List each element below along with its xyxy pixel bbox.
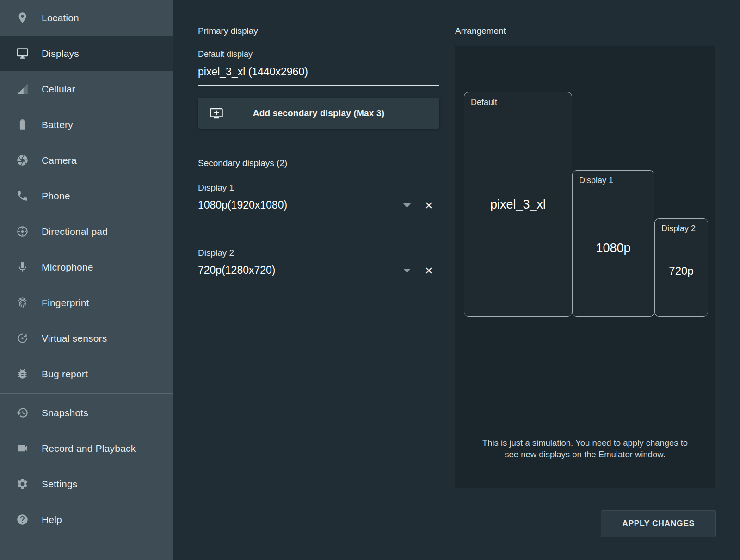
sidebar-item-cellular[interactable]: Cellular xyxy=(0,71,173,107)
sidebar-item-camera[interactable]: Camera xyxy=(0,142,173,178)
sidebar-item-label: Record and Playback xyxy=(42,443,136,454)
extended-controls-window: Location Displays Cellular Battery Camer xyxy=(0,0,740,560)
display-1-label: Display 1 xyxy=(198,183,439,193)
sidebar-item-label: Virtual sensors xyxy=(42,333,107,344)
sidebar-item-location[interactable]: Location xyxy=(0,0,173,36)
apply-changes-button[interactable]: APPLY CHANGES xyxy=(601,510,716,537)
battery-icon xyxy=(16,118,29,131)
sidebar-item-label: Snapshots xyxy=(42,407,88,418)
chevron-down-icon xyxy=(403,203,411,208)
gear-icon xyxy=(16,478,29,490)
fingerprint-icon xyxy=(16,296,29,309)
sidebar-item-label: Cellular xyxy=(42,84,75,95)
sidebar-item-microphone[interactable]: Microphone xyxy=(0,249,173,285)
arrangement-heading: Arrangement xyxy=(455,26,506,36)
microphone-icon xyxy=(16,261,29,273)
sidebar-item-directional-pad[interactable]: Directional pad xyxy=(0,214,173,249)
arrangement-box-default[interactable]: Default pixel_3_xl xyxy=(464,92,572,317)
sidebar-divider xyxy=(0,393,173,394)
arrangement-box-value: 720p xyxy=(669,265,693,277)
arrangement-box-display-1[interactable]: Display 1 1080p xyxy=(572,170,654,317)
display-1-select[interactable]: 1080p(1920x1080) xyxy=(198,199,415,219)
sidebar-item-phone[interactable]: Phone xyxy=(0,178,173,214)
chevron-down-icon xyxy=(403,269,411,273)
snapshots-history-icon xyxy=(16,406,29,419)
arrangement-box-label: Display 2 xyxy=(661,224,696,234)
display-2-value: 720p(1280x720) xyxy=(198,264,276,276)
location-pin-icon xyxy=(16,12,29,24)
sidebar-item-fingerprint[interactable]: Fingerprint xyxy=(0,285,173,320)
cellular-signal-icon xyxy=(16,83,29,95)
bug-icon xyxy=(16,368,29,380)
display-1-row: 1080p(1920x1080) ✕ xyxy=(198,199,439,219)
sidebar: Location Displays Cellular Battery Camer xyxy=(0,0,173,560)
sidebar-item-label: Directional pad xyxy=(42,226,108,237)
display-2-select[interactable]: 720p(1280x720) xyxy=(198,264,415,284)
sidebar-item-label: Help xyxy=(42,514,62,525)
add-secondary-display-label: Add secondary display (Max 3) xyxy=(198,108,439,118)
display-1-value: 1080p(1920x1080) xyxy=(198,199,287,211)
sidebar-item-label: Phone xyxy=(42,191,70,202)
displays-settings-panel: Primary display Default display pixel_3_… xyxy=(198,0,439,284)
sidebar-item-label: Displays xyxy=(42,48,79,59)
simulation-note: This is just a simulation. You need to a… xyxy=(476,437,694,460)
sidebar-item-battery[interactable]: Battery xyxy=(0,107,173,142)
camera-shutter-icon xyxy=(16,154,29,166)
phone-icon xyxy=(16,190,29,202)
sidebar-item-snapshots[interactable]: Snapshots xyxy=(0,395,173,431)
sidebar-item-label: Fingerprint xyxy=(42,297,89,308)
sidebar-item-displays[interactable]: Displays xyxy=(0,36,173,71)
videocam-icon xyxy=(16,442,29,455)
add-display-icon xyxy=(210,106,223,120)
sidebar-item-label: Location xyxy=(42,12,79,24)
add-secondary-display-button[interactable]: Add secondary display (Max 3) xyxy=(198,98,439,129)
arrangement-box-value: pixel_3_xl xyxy=(490,197,546,212)
arrangement-box-label: Default xyxy=(471,98,497,107)
default-display-label: Default display xyxy=(198,49,439,59)
sidebar-item-settings[interactable]: Settings xyxy=(0,466,173,502)
sidebar-item-label: Battery xyxy=(42,119,73,130)
default-display-field[interactable]: pixel_3_xl (1440x2960) xyxy=(198,66,439,86)
arrangement-box-label: Display 1 xyxy=(579,176,613,185)
secondary-displays-heading: Secondary displays (2) xyxy=(198,158,439,168)
sidebar-item-record-playback[interactable]: Record and Playback xyxy=(0,431,173,466)
remove-display-2-button[interactable]: ✕ xyxy=(425,265,433,277)
sidebar-item-label: Camera xyxy=(42,155,77,166)
remove-display-1-button[interactable]: ✕ xyxy=(425,199,433,212)
sidebar-item-help[interactable]: Help xyxy=(0,502,173,537)
displays-icon xyxy=(16,47,29,60)
sidebar-item-bug-report[interactable]: Bug report xyxy=(0,356,173,392)
help-icon xyxy=(16,513,29,526)
sidebar-item-label: Bug report xyxy=(42,369,88,380)
sidebar-item-virtual-sensors[interactable]: Virtual sensors xyxy=(0,320,173,356)
arrangement-panel: Default pixel_3_xl Display 1 1080p Displ… xyxy=(455,46,715,488)
sidebar-item-label: Microphone xyxy=(42,262,93,273)
arrangement-box-value: 1080p xyxy=(596,241,630,255)
virtual-sensors-icon xyxy=(16,332,29,345)
dpad-icon xyxy=(16,225,29,238)
display-2-label: Display 2 xyxy=(198,248,439,258)
primary-display-heading: Primary display xyxy=(198,26,439,36)
sidebar-item-label: Settings xyxy=(42,479,77,490)
arrangement-box-display-2[interactable]: Display 2 720p xyxy=(654,218,708,317)
display-2-row: 720p(1280x720) ✕ xyxy=(198,264,439,284)
